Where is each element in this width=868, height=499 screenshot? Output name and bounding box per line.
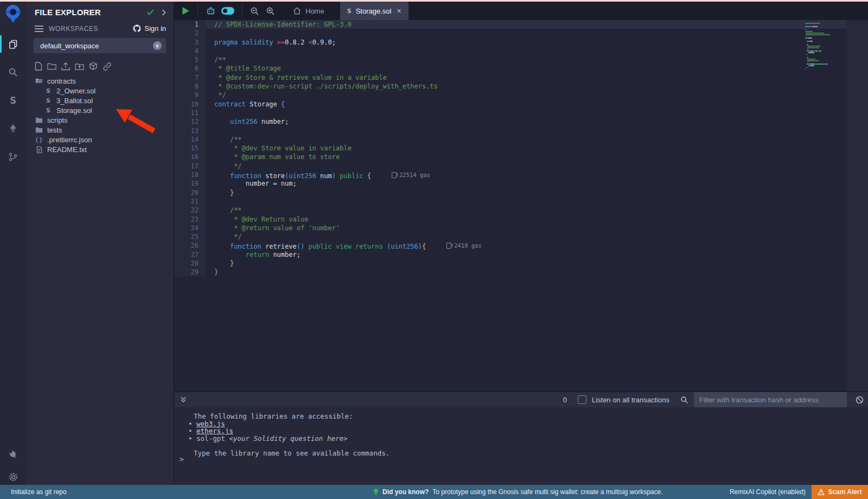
clear-filter-ban-icon[interactable] <box>856 396 864 404</box>
collapse-chevron-icon[interactable] <box>162 9 166 16</box>
tree-item-contracts[interactable]: contracts <box>26 76 174 86</box>
line-content: * @dev Return value <box>206 215 868 224</box>
remix-logo[interactable] <box>4 4 22 24</box>
line-content: * @title Storage <box>206 64 868 73</box>
solidity-icon: S <box>44 97 53 104</box>
code-line-7[interactable]: 7 * @dev Store & retrieve value in a var… <box>174 73 868 82</box>
git-icon[interactable] <box>0 145 26 169</box>
folder-icon <box>35 117 43 123</box>
code-line-12[interactable]: 12 uint256 number; <box>174 117 868 126</box>
tab-home[interactable]: Home <box>286 2 331 20</box>
code-line-6[interactable]: 6 * @title Storage <box>174 64 868 73</box>
tree-item-storage-sol[interactable]: SStorage.sol <box>26 105 174 115</box>
tree-item-readme-txt[interactable]: README.txt <box>26 144 174 154</box>
tree-item-label: .prettierrc.json <box>47 136 92 144</box>
sign-in-button[interactable]: Sign in <box>133 24 166 33</box>
hamburger-menu-icon[interactable] <box>35 26 43 32</box>
file-explorer-icon[interactable] <box>0 32 26 56</box>
copilot-toggle[interactable] <box>221 7 234 15</box>
expand-terminal-icon[interactable] <box>180 396 187 403</box>
code-line-4[interactable]: 4 <box>174 47 868 55</box>
code-line-23[interactable]: 23 * @dev Return value <box>174 215 868 224</box>
code-line-5[interactable]: 5/** <box>174 55 868 64</box>
remix-ide-window: S FILE EXPLORER <box>0 0 868 499</box>
new-file-icon[interactable] <box>35 62 42 71</box>
code-line-27[interactable]: 27 return number; <box>174 250 868 259</box>
workspace-select[interactable]: default_workspace <box>34 38 166 53</box>
close-tab-icon[interactable]: × <box>397 7 401 15</box>
panel-title: FILE EXPLORER <box>35 8 146 17</box>
link-icon[interactable] <box>103 62 112 71</box>
solidity-compiler-icon[interactable]: S <box>0 89 26 112</box>
tree-item-tests[interactable]: tests <box>26 125 174 135</box>
workspaces-label: WORKSPACES <box>49 25 127 33</box>
code-line-13[interactable]: 13 <box>174 127 868 135</box>
line-content: /** <box>206 135 868 144</box>
tree-item-2-owner-sol[interactable]: S2_Owner.sol <box>26 86 174 96</box>
file-tree: contractsS2_Owner.solS3_Ballot.solSStora… <box>26 74 174 154</box>
run-script-button[interactable] <box>182 7 190 15</box>
init-git-repo-button[interactable]: Initialize as git repo <box>11 485 67 499</box>
terminal-output: The following libraries are accessible: … <box>174 407 868 457</box>
line-number: 7 <box>174 73 206 82</box>
code-line-16[interactable]: 16 * @param num value to store <box>174 153 868 161</box>
line-number: 22 <box>174 206 206 214</box>
code-line-24[interactable]: 24 * @return value of 'number' <box>174 224 868 232</box>
terminal-prompt[interactable]: > <box>180 455 184 463</box>
line-content: * @return value of 'number' <box>206 224 868 232</box>
listen-all-transactions-checkbox[interactable] <box>578 395 586 404</box>
code-line-25[interactable]: 25 */ <box>174 232 868 241</box>
scam-alert-button[interactable]: Scam Alert <box>812 485 868 499</box>
copilot-status[interactable]: RemixAI Copilot (enabled) <box>730 485 806 499</box>
code-editor[interactable]: 1// SPDX-License-Identifier: GPL-3.023pr… <box>174 20 868 392</box>
code-line-17[interactable]: 17 */ <box>174 162 868 170</box>
tab-home-label: Home <box>305 7 324 15</box>
zoom-in-icon[interactable] <box>266 7 275 16</box>
search-icon[interactable] <box>0 60 26 84</box>
deploy-and-run-icon[interactable] <box>0 117 26 141</box>
line-number: 19 <box>174 179 206 188</box>
code-line-22[interactable]: 22 /** <box>174 206 868 214</box>
line-content: function store(uint256 num) public {2251… <box>206 170 868 179</box>
sign-in-label: Sign in <box>144 24 166 33</box>
code-line-8[interactable]: 8 * @custom:dev-run-script ./scripts/dep… <box>174 82 868 91</box>
tab-storage-sol[interactable]: S Storage.sol × <box>340 2 409 20</box>
code-line-19[interactable]: 19 number = num; <box>174 179 868 188</box>
folder-icon <box>35 127 43 133</box>
code-line-9[interactable]: 9 */ <box>174 91 868 99</box>
plugin-manager-icon[interactable] <box>0 443 26 466</box>
code-line-28[interactable]: 28 } <box>174 259 868 268</box>
new-folder-icon[interactable] <box>47 62 56 70</box>
code-line-2[interactable]: 2 <box>174 29 868 37</box>
ai-copilot-robot-icon[interactable] <box>206 6 216 16</box>
transaction-filter-input[interactable] <box>694 392 847 407</box>
code-line-29[interactable]: 29} <box>174 268 868 276</box>
code-line-26[interactable]: 26 function retrieve() public view retur… <box>174 241 868 250</box>
code-line-1[interactable]: 1// SPDX-License-Identifier: GPL-3.0 <box>174 20 868 29</box>
upload-folder-icon[interactable] <box>75 62 84 71</box>
line-content: /** <box>206 55 868 64</box>
code-line-11[interactable]: 11 <box>174 109 868 117</box>
code-line-14[interactable]: 14 /** <box>174 135 868 144</box>
folder-open-icon <box>35 78 43 84</box>
editor-scrollbar-track[interactable] <box>846 20 868 392</box>
tree-item-label: contracts <box>47 77 76 85</box>
tree-item--prettierrc-json[interactable]: {}.prettierrc.json <box>26 135 174 144</box>
code-line-20[interactable]: 20 } <box>174 188 868 197</box>
line-number: 2 <box>174 29 206 37</box>
zoom-out-icon[interactable] <box>250 7 259 16</box>
code-line-18[interactable]: 18 function store(uint256 num) public {2… <box>174 170 868 179</box>
tree-item-scripts[interactable]: scripts <box>26 115 174 125</box>
line-content <box>206 29 868 37</box>
code-line-10[interactable]: 10contract Storage { <box>174 100 868 109</box>
warning-triangle-icon <box>818 489 825 495</box>
upload-file-icon[interactable] <box>61 62 70 71</box>
code-line-21[interactable]: 21 <box>174 197 868 206</box>
line-number: 26 <box>174 241 206 250</box>
cube-icon[interactable] <box>89 62 98 71</box>
terminal-line: sol-gpt <your Solidity question here> <box>180 435 868 443</box>
tree-item-3-ballot-sol[interactable]: S3_Ballot.sol <box>26 96 174 105</box>
editor-minimap[interactable] <box>805 23 843 70</box>
code-line-3[interactable]: 3pragma solidity >=0.8.2 <0.9.0; <box>174 38 868 47</box>
code-line-15[interactable]: 15 * @dev Store value in variable <box>174 144 868 153</box>
